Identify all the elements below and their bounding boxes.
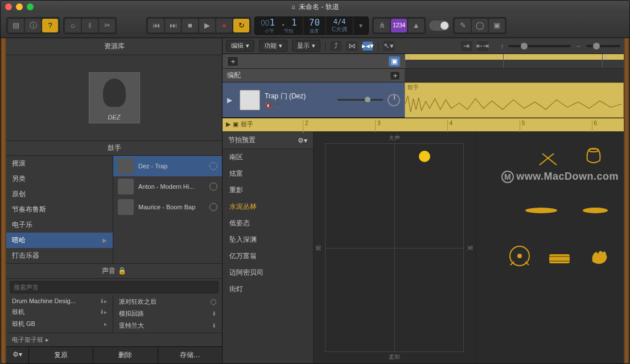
patch-item[interactable]: 鼓机⬇▸ — [6, 306, 113, 318]
flex-icon[interactable]: ⋈ — [346, 41, 357, 51]
info-icon[interactable]: ⓘ — [25, 19, 41, 32]
scissors-icon[interactable]: ✂ — [99, 19, 115, 32]
hihat-icon[interactable] — [521, 200, 561, 221]
rewind-icon[interactable]: ⏮ — [148, 19, 164, 32]
genre-item[interactable]: 另类 — [6, 171, 113, 187]
loops-icon[interactable]: ◯ — [472, 19, 488, 32]
search-input[interactable] — [10, 281, 219, 293]
vertical-zoom-slider[interactable] — [508, 45, 571, 47]
smart-controls-icon[interactable]: ☼ — [65, 19, 81, 32]
sticks-icon[interactable] — [535, 149, 561, 169]
library-toggle-icon[interactable]: ▤ — [8, 19, 24, 32]
preset-item[interactable]: 街灯 — [223, 281, 313, 297]
download-icon[interactable]: ⬇ — [212, 322, 216, 329]
preset-item[interactable]: 重影 — [223, 182, 313, 198]
region-play-icon[interactable]: ▶ — [226, 121, 230, 128]
window-close[interactable] — [5, 3, 12, 10]
download-icon[interactable]: ⬇ — [100, 298, 104, 304]
genre-item[interactable]: 嘻哈▶ — [6, 233, 113, 248]
delete-button[interactable]: 删除 — [93, 347, 158, 363]
master-toggle[interactable] — [429, 20, 450, 31]
automation-curve-icon[interactable]: ⤴ — [330, 41, 341, 51]
genre-item[interactable]: 打击乐器 — [6, 248, 113, 263]
track-play-icon[interactable]: ▶ — [227, 96, 235, 104]
metronome-icon[interactable]: ▲ — [408, 19, 424, 32]
add-arrangement-button[interactable]: ＋ — [390, 71, 400, 80]
preset-item[interactable]: 迈阿密贝司 — [223, 264, 313, 281]
xy-puck[interactable] — [419, 151, 430, 162]
editor-ruler[interactable]: ▶▣鼓手 2 3 4 5 6 — [223, 118, 624, 132]
patch-item[interactable]: 派对狂欢之后 — [113, 296, 222, 308]
key-signature[interactable]: C大调 — [332, 26, 347, 34]
preset-item[interactable]: 坠入深渊 — [223, 231, 313, 248]
patch-item[interactable]: 模拟回路⬇ — [113, 308, 222, 320]
preset-item[interactable]: 炫富 — [223, 166, 313, 182]
clap-icon[interactable] — [586, 246, 612, 266]
notepad-icon[interactable]: ✎ — [455, 19, 471, 32]
preview-ring-icon[interactable] — [209, 183, 217, 191]
lcd-menu-chevron-icon[interactable]: ▾ — [353, 17, 368, 34]
gear-icon[interactable]: ⚙▾ — [298, 136, 307, 144]
preview-ring-icon[interactable] — [211, 299, 216, 305]
edit-menu[interactable]: 编辑 ▾ — [226, 40, 254, 52]
mixer-icon[interactable]: ⫴ — [82, 19, 98, 32]
save-button[interactable]: 存储… — [158, 347, 222, 363]
add-track-button[interactable]: ＋ — [227, 56, 238, 67]
snap-icon[interactable]: ▸◂▾ — [362, 41, 373, 51]
drummer-item[interactable]: Maurice - Boom Bap — [113, 197, 222, 217]
window-minimize[interactable] — [16, 3, 23, 10]
preset-item[interactable]: 南区 — [223, 149, 313, 166]
horizontal-zoom-slider[interactable] — [586, 45, 620, 47]
count-in-icon[interactable]: 1234 — [391, 19, 407, 32]
tempo-value[interactable]: 70 — [309, 17, 320, 28]
genre-item[interactable]: 电子乐 — [6, 217, 113, 233]
genre-item[interactable]: 摇滚 — [6, 156, 113, 171]
mute-icon[interactable]: 🔇 — [265, 102, 271, 109]
preview-ring-icon[interactable] — [209, 162, 217, 170]
fit-icon[interactable]: ⇤⇥ — [477, 41, 488, 51]
volume-slider[interactable] — [337, 99, 383, 101]
tuner-icon[interactable]: ⋔ — [374, 19, 390, 32]
preset-item[interactable]: 亿万富翁 — [223, 248, 313, 264]
headphone-icon[interactable]: 🎧 — [274, 102, 281, 109]
play-icon[interactable]: ▶ — [199, 19, 215, 32]
category-path[interactable]: 电子架子鼓▸ — [6, 333, 222, 346]
timeline-ruler[interactable]: 1 2 3 — [405, 54, 624, 69]
track-header[interactable]: ▶ Trap 门 (Dez) 🔇🎧 — [223, 82, 405, 118]
percussion-icon[interactable] — [580, 146, 607, 167]
media-icon[interactable]: ▣ — [489, 19, 505, 32]
arrange-lane[interactable] — [405, 69, 624, 82]
window-maximize[interactable] — [27, 3, 34, 10]
global-tracks-icon[interactable]: ▣ — [389, 56, 400, 67]
download-icon[interactable]: ⬇ — [212, 311, 216, 317]
pointer-tool-icon[interactable]: ↖▾ — [383, 41, 394, 51]
view-menu[interactable]: 显示 ▾ — [292, 40, 320, 52]
instrument-icon[interactable] — [240, 90, 260, 110]
drummer-item[interactable]: Dez - Trap — [113, 156, 222, 176]
time-signature[interactable]: 4/4 — [333, 18, 346, 26]
collapse-icon[interactable]: ⇥ — [461, 41, 472, 51]
revert-button[interactable]: 复原 — [29, 347, 93, 363]
forward-icon[interactable]: ⏭ — [165, 19, 181, 32]
vzoom-icon[interactable]: ↕ — [501, 43, 504, 49]
genre-item[interactable]: 节奏布鲁斯 — [6, 202, 113, 217]
preset-item[interactable]: 水泥丛林 — [223, 198, 313, 215]
genre-item[interactable]: 原创 — [6, 187, 113, 202]
kick-icon[interactable] — [507, 246, 533, 266]
patch-item[interactable]: 亚特兰大⬇ — [113, 320, 222, 332]
transport-display[interactable]: 001 . 1 小节节拍 70 速度 4/4 C大调 ▾ — [254, 16, 369, 35]
stop-icon[interactable]: ■ — [182, 19, 198, 32]
xy-pad[interactable]: 大声 柔和 简 复 — [314, 132, 476, 363]
track-lane[interactable]: 鼓手 — [405, 82, 624, 118]
pan-knob[interactable] — [388, 94, 400, 106]
function-menu[interactable]: 功能 ▾ — [259, 40, 287, 52]
record-icon[interactable]: ● — [216, 19, 232, 32]
drummer-item[interactable]: Anton - Modern Hi... — [113, 176, 222, 197]
drummer-region[interactable]: 鼓手 — [405, 82, 624, 118]
patch-item[interactable]: 鼓机 GB▸ — [6, 318, 113, 330]
preview-ring-icon[interactable] — [209, 203, 217, 211]
patch-item[interactable]: Drum Machine Desig...⬇▸ — [6, 296, 113, 306]
preset-item[interactable]: 低姿态 — [223, 215, 313, 231]
hzoom-icon[interactable]: ↔ — [575, 43, 582, 49]
snare-icon[interactable] — [546, 249, 573, 269]
